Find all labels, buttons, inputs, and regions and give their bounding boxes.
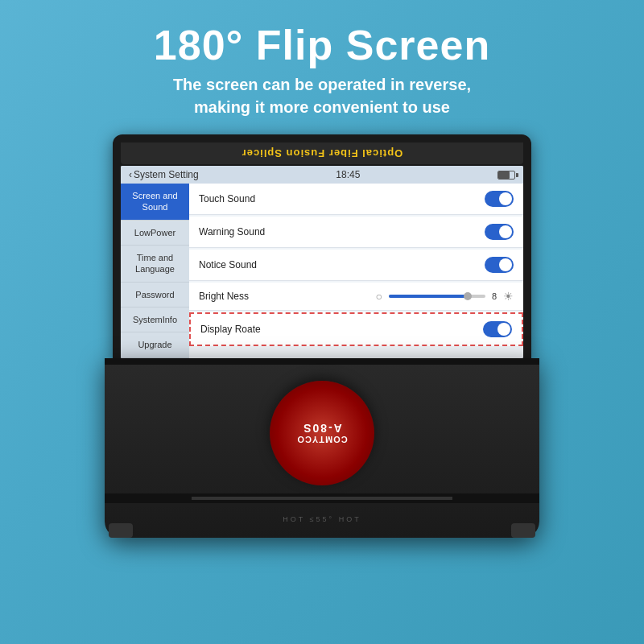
sidebar-item-lowpower[interactable]: LowPower (121, 221, 189, 246)
brightness-value: 8 (492, 291, 497, 301)
right-clip (511, 523, 535, 538)
page-title: 180° Flip Screen (154, 23, 490, 68)
device-label-disk: COMTYCO A-80S (270, 381, 374, 485)
page-subtitle: The screen can be operated in reverse, m… (154, 73, 490, 118)
sidebar-item-systeminfo[interactable]: SystemInfo (121, 308, 189, 332)
touch-sound-label: Touch Sound (199, 193, 255, 204)
sidebar-item-screen-sound[interactable]: Screen and Sound (121, 184, 189, 221)
sidebar-item-password[interactable]: Password (121, 283, 189, 308)
device-top-strip (105, 358, 539, 365)
chevron-left-icon: ‹ (129, 169, 132, 180)
display-rotate-label: Display Roate (200, 324, 261, 335)
brightness-track[interactable] (389, 295, 485, 298)
brightness-control: ○ 8 ☀ (375, 290, 514, 303)
screen-bezel: Optical Fiber Fusion Splicer ‹ System Se… (113, 134, 531, 357)
battery-icon (497, 171, 515, 180)
brightness-label: Bright Ness (199, 291, 249, 302)
side-clips (105, 523, 539, 538)
main-panel: Touch Sound Warning Sound (189, 184, 523, 357)
sun-bright-icon: ☀ (503, 290, 514, 303)
notice-sound-toggle[interactable] (485, 257, 514, 273)
device-body: COMTYCO A-80S HOT ≤55° HOT (105, 358, 539, 538)
device-slot-bar (105, 493, 539, 503)
warning-sound-label: Warning Sound (199, 226, 265, 237)
left-clip (109, 523, 133, 538)
screen-top-bar: ‹ System Setting 18:45 (121, 166, 523, 184)
title-section: 180° Flip Screen The screen can be opera… (154, 0, 490, 118)
warning-sound-row: Warning Sound (189, 217, 523, 248)
sidebar: Screen and Sound LowPower Time and Langu… (121, 184, 189, 357)
screen-content: ‹ System Setting 18:45 Screen and Sound … (121, 166, 523, 357)
back-button[interactable]: ‹ System Setting (129, 169, 199, 180)
notice-sound-row: Notice Sound (189, 250, 523, 281)
sun-dim-icon: ○ (375, 290, 382, 303)
settings-body: Screen and Sound LowPower Time and Langu… (121, 184, 523, 357)
sidebar-item-time-language[interactable]: Time and Language (121, 246, 189, 283)
warning-sound-toggle[interactable] (485, 224, 514, 240)
display-rotate-row: Display Roate (189, 312, 523, 346)
hot-label: HOT ≤55° HOT (283, 515, 361, 523)
display-rotate-toggle[interactable] (483, 321, 512, 337)
touch-sound-row: Touch Sound (189, 184, 523, 215)
device-container: Optical Fiber Fusion Splicer ‹ System Se… (105, 134, 539, 537)
screen-header-flipped: Optical Fiber Fusion Splicer (121, 142, 523, 164)
touch-sound-toggle[interactable] (485, 191, 514, 207)
device-model: A-80S (296, 422, 347, 435)
brightness-row: Bright Ness ○ 8 ☀ (189, 283, 523, 311)
device-brand: COMTYCO (296, 435, 347, 444)
sidebar-item-upgrade[interactable]: Upgrade (121, 332, 189, 357)
notice-sound-label: Notice Sound (199, 259, 257, 270)
